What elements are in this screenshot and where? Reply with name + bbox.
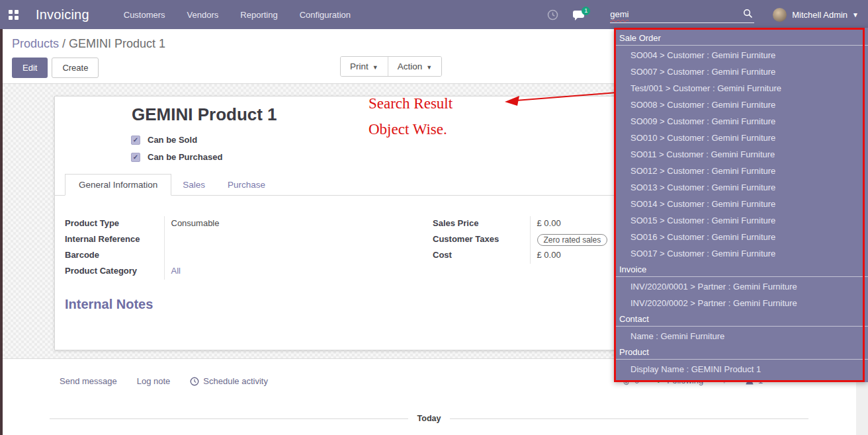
field-value: Consumable [164, 216, 409, 232]
left-edge-strip [0, 29, 3, 435]
user-name: Mitchell Admin [792, 10, 847, 20]
search-result-item[interactable]: SO004 > Customer : Gemini Furniture [614, 47, 868, 63]
breadcrumb-current: GEMINI Product 1 [69, 37, 165, 50]
dropdown-section-header: Contact [614, 311, 868, 327]
search-result-item[interactable]: SO015 > Customer : Gemini Furniture [614, 212, 868, 229]
tab-general-information[interactable]: General Information [65, 174, 171, 196]
field-label: Cost [433, 248, 530, 264]
field-value [164, 248, 409, 264]
global-search-input[interactable]: gemi [610, 6, 754, 23]
user-menu[interactable]: Mitchell Admin ▼ [773, 8, 859, 22]
chevron-down-icon: ▼ [426, 64, 432, 71]
today-divider: Today [50, 414, 808, 423]
search-result-item[interactable]: Name : Gemini Furniture [614, 328, 868, 344]
search-query-text: gemi [610, 9, 629, 19]
search-result-item[interactable]: SO014 > Customer : Gemini Furniture [614, 196, 868, 212]
messages-icon[interactable]: 1 [573, 9, 586, 20]
field-label: Customer Taxes [433, 232, 530, 248]
field-label: Sales Price [433, 216, 530, 232]
tab-purchase[interactable]: Purchase [216, 175, 277, 195]
apps-menu-icon[interactable] [9, 10, 19, 20]
search-result-item[interactable]: SO009 > Customer : Gemini Furniture [614, 113, 868, 130]
search-result-item[interactable]: SO008 > Customer : Gemini Furniture [614, 97, 868, 113]
search-result-item[interactable]: SO011 > Customer : Gemini Furniture [614, 146, 868, 163]
fields-group-left: Product Type Consumable Internal Referen… [65, 216, 409, 280]
chevron-down-icon: ▼ [372, 64, 378, 71]
app-title[interactable]: Invoicing [36, 7, 89, 22]
field-barcode: Barcode [65, 248, 409, 264]
dropdown-section-sale-order: Sale Order SO004 > Customer : Gemini Fur… [614, 30, 868, 262]
contact-results: Name : Gemini Furniture [614, 328, 868, 344]
customer-tax-tag[interactable]: Zero rated sales [537, 234, 608, 246]
product-results: Display Name : GEMINI Product 1 [614, 361, 868, 377]
search-result-item[interactable]: SO016 > Customer : Gemini Furniture [614, 229, 868, 245]
field-label: Product Type [65, 216, 164, 232]
can-be-sold-checkbox[interactable]: ✓ [131, 136, 140, 145]
breadcrumb-products-link[interactable]: Products [12, 37, 59, 50]
print-action-group: Print▼ Action▼ [340, 56, 442, 77]
menu-reporting[interactable]: Reporting [240, 10, 277, 20]
user-avatar [773, 8, 787, 22]
field-label: Barcode [65, 248, 164, 264]
annotation-text: Search Result Object Wise. [369, 95, 453, 147]
app-window: Invoicing Customers Vendors Reporting Co… [0, 0, 868, 435]
clock-icon [190, 377, 199, 386]
dropdown-section-product: Product Display Name : GEMINI Product 1 [614, 344, 868, 377]
message-count-badge: 1 [582, 7, 590, 15]
search-result-item[interactable]: SO007 > Customer : Gemini Furniture [614, 63, 868, 80]
dropdown-section-invoice: Invoice INV/2020/0001 > Partner : Gemini… [614, 262, 868, 311]
field-product-type: Product Type Consumable [65, 216, 409, 232]
print-button[interactable]: Print▼ [341, 57, 388, 76]
dropdown-section-header: Sale Order [614, 30, 868, 46]
create-button[interactable]: Create [52, 58, 99, 78]
can-be-purchased-label: Can be Purchased [148, 152, 222, 162]
search-result-item[interactable]: SO012 > Customer : Gemini Furniture [614, 163, 868, 179]
activities-clock-icon[interactable] [547, 9, 558, 20]
search-result-item[interactable]: INV/2020/0001 > Partner : Gemini Furnitu… [614, 278, 868, 295]
chevron-down-icon: ▼ [852, 11, 859, 19]
field-internal-reference: Internal Reference [65, 232, 409, 248]
log-note-button[interactable]: Log note [137, 376, 171, 386]
breadcrumb-separator: / [59, 37, 69, 50]
can-be-sold-label: Can be Sold [148, 135, 197, 145]
schedule-activity-button[interactable]: Schedule activity [190, 376, 268, 386]
menu-vendors[interactable]: Vendors [187, 10, 219, 20]
can-be-sold-row: ✓ Can be Sold [131, 135, 222, 145]
top-navbar: Invoicing Customers Vendors Reporting Co… [0, 0, 868, 29]
search-result-item[interactable]: SO017 > Customer : Gemini Furniture [614, 245, 868, 262]
search-result-item[interactable]: Test/001 > Customer : Gemini Furniture [614, 80, 868, 97]
menu-configuration[interactable]: Configuration [300, 10, 351, 20]
invoice-results: INV/2020/0001 > Partner : Gemini Furnitu… [614, 278, 868, 311]
today-label: Today [408, 414, 451, 423]
dropdown-section-header: Invoice [614, 262, 868, 277]
field-label: Product Category [65, 264, 164, 280]
action-button[interactable]: Action▼ [388, 57, 441, 76]
annotation-arrow [498, 87, 620, 108]
search-result-item[interactable]: Display Name : GEMINI Product 1 [614, 361, 868, 377]
product-title: GEMINI Product 1 [132, 104, 277, 125]
dropdown-section-header: Product [614, 344, 868, 360]
field-label: Internal Reference [65, 232, 164, 248]
can-be-purchased-checkbox[interactable]: ✓ [131, 153, 140, 162]
chatter-actions: Send message Log note Schedule activity [60, 376, 268, 386]
send-message-button[interactable]: Send message [60, 376, 117, 386]
product-category-link[interactable]: All [171, 266, 181, 276]
nav-menus: Customers Vendors Reporting Configuratio… [124, 10, 351, 20]
form-buttons: Edit Create [12, 58, 99, 78]
field-value [164, 232, 409, 248]
menu-customers[interactable]: Customers [124, 10, 165, 20]
breadcrumb: Products / GEMINI Product 1 [12, 37, 165, 51]
search-result-item[interactable]: SO013 > Customer : Gemini Furniture [614, 179, 868, 196]
can-be-purchased-row: ✓ Can be Purchased [131, 152, 222, 162]
search-results-dropdown: Sale Order SO004 > Customer : Gemini Fur… [614, 28, 868, 382]
internal-notes-heading: Internal Notes [65, 297, 153, 312]
sale-order-results: SO004 > Customer : Gemini FurnitureSO007… [614, 47, 868, 262]
search-result-item[interactable]: SO010 > Customer : Gemini Furniture [614, 130, 868, 146]
field-product-category: Product Category All [65, 264, 409, 280]
product-flags: ✓ Can be Sold ✓ Can be Purchased [131, 135, 222, 169]
edit-button[interactable]: Edit [12, 58, 48, 78]
tab-sales[interactable]: Sales [171, 175, 216, 195]
search-result-item[interactable]: INV/2020/0002 > Partner : Gemini Furnitu… [614, 295, 868, 311]
search-icon[interactable] [743, 9, 753, 19]
navbar-right: 1 gemi Mitchell Admin ▼ [547, 0, 868, 29]
